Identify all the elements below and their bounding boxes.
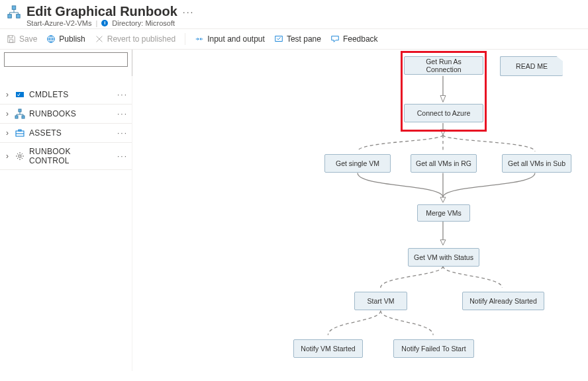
node-notify-already-started[interactable]: Notify Already Started (462, 292, 544, 310)
feedback-button[interactable]: Feedback (330, 34, 378, 44)
chevron-right-icon: › (4, 128, 11, 138)
sidebar-item-label: RUNBOOKS (29, 109, 113, 118)
sidebar-item-runbooks[interactable]: › RUNBOOKS ··· (0, 105, 132, 124)
node-merge-vms[interactable]: Merge VMs (417, 204, 470, 222)
cmdlet-icon (15, 89, 25, 100)
chevron-right-icon: › (4, 151, 11, 161)
item-more-button[interactable]: ··· (117, 109, 128, 118)
item-more-button[interactable]: ··· (117, 151, 128, 161)
svg-point-11 (19, 155, 21, 157)
page-header: Edit Graphical Runbook ··· Start-Azure-V… (0, 0, 588, 28)
assets-icon (15, 128, 25, 138)
svg-rect-6 (19, 109, 21, 112)
directory-label: Directory: Microsoft (112, 19, 175, 27)
svg-rect-10 (19, 130, 21, 131)
node-readme[interactable]: READ ME (500, 56, 563, 76)
sidebar-item-label: CMDLETS (29, 90, 113, 99)
svg-rect-7 (15, 116, 18, 118)
sidebar-item-runbook-control[interactable]: › RUNBOOK CONTROL ··· (0, 143, 132, 170)
test-icon (274, 34, 283, 44)
svg-rect-2 (17, 14, 20, 17)
svg-rect-5 (16, 92, 24, 97)
svg-rect-8 (22, 116, 24, 118)
workflow-canvas[interactable]: Get Run As Connection Connect to Azure R… (132, 50, 588, 371)
globe-icon (46, 34, 56, 44)
sidebar-item-cmdlets[interactable]: › CMDLETS ··· (0, 85, 132, 105)
runbook-icon (7, 5, 21, 19)
node-get-run-as-connection[interactable]: Get Run As Connection (404, 56, 483, 75)
svg-rect-0 (12, 5, 16, 9)
sidebar-item-label: ASSETS (29, 128, 113, 138)
save-icon (7, 34, 16, 44)
node-connect-to-azure[interactable]: Connect to Azure (404, 104, 483, 122)
chevron-right-icon: › (4, 90, 11, 99)
revert-button[interactable]: Revert to published (95, 34, 175, 44)
publish-button[interactable]: Publish (46, 34, 85, 44)
node-notify-failed-to-start[interactable]: Notify Failed To Start (393, 339, 474, 358)
node-get-all-vms-sub[interactable]: Get all VMs in Sub (502, 154, 571, 173)
svg-rect-1 (8, 14, 12, 17)
separator (185, 33, 185, 45)
header-more-button[interactable]: ··· (183, 7, 195, 17)
test-pane-button[interactable]: Test pane (274, 34, 321, 44)
runbook-name: Start-Azure-V2-VMs (26, 19, 91, 27)
info-icon: i (101, 20, 108, 26)
node-notify-vm-started[interactable]: Notify VM Started (293, 339, 363, 358)
item-more-button[interactable]: ··· (117, 128, 128, 138)
close-icon (95, 34, 104, 44)
command-bar: Save Publish Revert to published Input a… (0, 28, 588, 50)
chevron-right-icon: › (4, 109, 11, 118)
node-start-vm[interactable]: Start VM (354, 292, 407, 310)
svg-marker-14 (440, 197, 446, 202)
runbooks-icon (15, 108, 25, 119)
gear-icon (15, 151, 25, 161)
svg-marker-15 (440, 240, 446, 245)
sidebar-item-label: RUNBOOK CONTROL (29, 147, 113, 165)
connector-layer (132, 50, 588, 371)
page-title: Edit Graphical Runbook (26, 4, 177, 19)
item-more-button[interactable]: ··· (117, 90, 128, 99)
node-get-single-vm[interactable]: Get single VM (324, 154, 391, 173)
node-get-vm-status[interactable]: Get VM with Status (408, 248, 479, 267)
io-icon (195, 34, 204, 44)
library-sidebar: › CMDLETS ··· › RUNBOOKS ··· › ASSETS ··… (0, 50, 132, 371)
node-get-all-vms-rg[interactable]: Get all VMs in RG (411, 154, 477, 173)
search-input[interactable] (4, 52, 128, 67)
input-output-button[interactable]: Input and output (195, 34, 265, 44)
feedback-icon (330, 34, 340, 44)
sidebar-item-assets[interactable]: › ASSETS ··· (0, 124, 132, 143)
save-button[interactable]: Save (7, 34, 37, 44)
